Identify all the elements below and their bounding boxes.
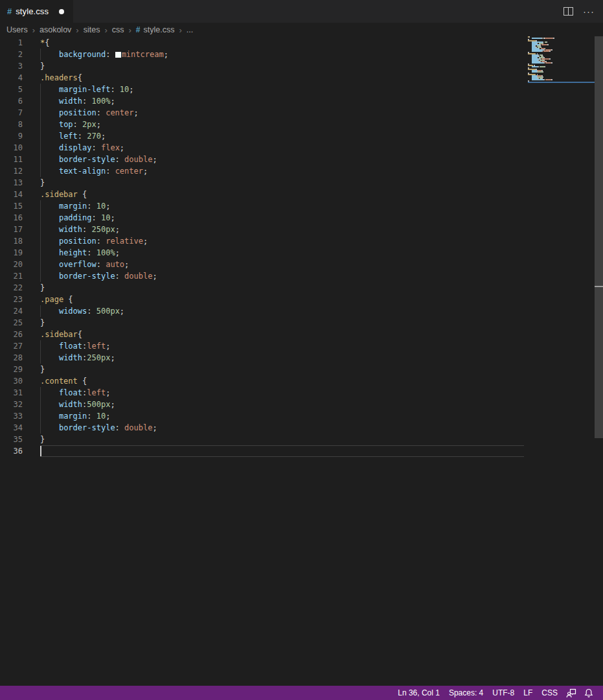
code-line-content: width: 250px;: [40, 224, 120, 235]
code-line[interactable]: 8 top: 2px;: [0, 119, 603, 130]
code-line[interactable]: 17 width: 250px;: [0, 224, 603, 235]
line-number[interactable]: 35: [0, 434, 23, 445]
code-line[interactable]: 32 width:500px;: [0, 399, 603, 410]
code-line[interactable]: 26.sidebar{: [0, 329, 603, 340]
code-line[interactable]: 15 margin: 10;: [0, 200, 603, 212]
code-line[interactable]: 7 position: center;: [0, 107, 603, 119]
line-number[interactable]: 19: [0, 247, 23, 259]
breadcrumb-label: css: [112, 25, 124, 34]
line-number[interactable]: 20: [0, 259, 23, 270]
line-number[interactable]: 6: [0, 95, 23, 107]
code-line[interactable]: 2 background: mintcream;: [0, 49, 603, 60]
code-line[interactable]: 18 position: relative;: [0, 235, 603, 247]
breadcrumb-item-css[interactable]: css: [112, 25, 124, 34]
status-cursor-position[interactable]: Ln 36, Col 1: [393, 688, 444, 697]
line-number[interactable]: 25: [0, 317, 23, 329]
line-number[interactable]: 31: [0, 387, 23, 399]
code-line[interactable]: 28 width:250px;: [0, 352, 603, 364]
status-language[interactable]: CSS: [537, 688, 562, 697]
code-line[interactable]: 11 border-style: double;: [0, 154, 603, 165]
line-number[interactable]: 36: [0, 445, 23, 457]
line-number[interactable]: 26: [0, 329, 23, 340]
token-pun: :: [115, 155, 120, 164]
code-editor[interactable]: 1*{2 background: mintcream;3}4.headers{5…: [0, 37, 603, 686]
line-number[interactable]: 5: [0, 84, 23, 95]
code-line[interactable]: 4.headers{: [0, 72, 603, 84]
code-line[interactable]: 9 left: 270;: [0, 130, 603, 142]
status-indentation[interactable]: Spaces: 4: [444, 688, 488, 697]
line-number[interactable]: 24: [0, 305, 23, 317]
breadcrumb-item-...[interactable]: ...: [187, 25, 193, 34]
code-line[interactable]: 20 overflow: auto;: [0, 259, 603, 270]
tab-label: style.css: [16, 6, 49, 16]
line-number[interactable]: 22: [0, 282, 23, 294]
line-number[interactable]: 4: [0, 72, 23, 84]
line-number[interactable]: 11: [0, 154, 23, 165]
more-actions-icon[interactable]: ···: [583, 8, 595, 15]
status-eol[interactable]: LF: [519, 688, 537, 697]
code-line[interactable]: 25}: [0, 317, 603, 329]
line-number[interactable]: 7: [0, 107, 23, 119]
code-line[interactable]: 16 padding: 10;: [0, 212, 603, 224]
line-number[interactable]: 18: [0, 235, 23, 247]
line-number[interactable]: 16: [0, 212, 23, 224]
breadcrumb-item-users[interactable]: Users: [6, 25, 28, 34]
line-number[interactable]: 14: [0, 189, 23, 200]
feedback-icon[interactable]: [562, 688, 580, 698]
line-number[interactable]: 8: [0, 119, 23, 130]
line-number[interactable]: 33: [0, 410, 23, 422]
token-prop: width: [59, 225, 82, 234]
bell-icon[interactable]: [580, 688, 597, 698]
line-number[interactable]: 28: [0, 352, 23, 364]
line-number[interactable]: 13: [0, 177, 23, 189]
tab-style.css[interactable]: # style.css: [0, 0, 73, 23]
status-encoding[interactable]: UTF-8: [488, 688, 519, 697]
code-line[interactable]: 22}: [0, 282, 603, 294]
line-number[interactable]: 12: [0, 165, 23, 177]
split-editor-icon[interactable]: [563, 7, 573, 16]
line-number[interactable]: 17: [0, 224, 23, 235]
code-line[interactable]: 1*{: [0, 37, 603, 49]
token-pun: :: [106, 167, 110, 176]
token-num: 2px: [82, 120, 97, 129]
code-line[interactable]: 31 float:left;: [0, 387, 603, 399]
breadcrumb-item-style.css[interactable]: #style.css: [136, 25, 175, 34]
code-line[interactable]: 5 margin-left: 10;: [0, 84, 603, 95]
code-line[interactable]: 14.sidebar {: [0, 189, 603, 200]
line-number[interactable]: 1: [0, 37, 23, 49]
line-number[interactable]: 3: [0, 60, 23, 72]
line-number[interactable]: 29: [0, 364, 23, 375]
line-number[interactable]: 32: [0, 399, 23, 410]
code-line[interactable]: 29}: [0, 364, 603, 375]
code-line[interactable]: 34 border-style: double;: [0, 422, 603, 434]
line-number[interactable]: 10: [0, 142, 23, 154]
code-line[interactable]: 3}: [0, 60, 603, 72]
modified-indicator[interactable]: [59, 9, 64, 14]
code-line[interactable]: 6 width: 100%;: [0, 95, 603, 107]
status-bar: Ln 36, Col 1Spaces: 4UTF-8LFCSS: [0, 686, 603, 700]
line-number[interactable]: 23: [0, 294, 23, 305]
code-line[interactable]: 33 margin: 10;: [0, 410, 603, 422]
breadcrumb-item-sites[interactable]: sites: [84, 25, 100, 34]
color-swatch[interactable]: [115, 52, 121, 58]
line-number[interactable]: 21: [0, 270, 23, 282]
code-line-content: .sidebar {: [40, 189, 87, 200]
line-number[interactable]: 30: [0, 375, 23, 387]
line-number[interactable]: 2: [0, 49, 23, 60]
line-number[interactable]: 15: [0, 200, 23, 212]
code-line[interactable]: 19 height: 100%;: [0, 247, 603, 259]
line-number[interactable]: 27: [0, 340, 23, 352]
vertical-scrollbar[interactable]: [595, 36, 603, 438]
breadcrumb-item-asokolov[interactable]: asokolov: [40, 25, 71, 34]
code-line[interactable]: 12 text-align: center;: [0, 165, 603, 177]
code-line[interactable]: 27 float:left;: [0, 340, 603, 352]
code-line[interactable]: 13}: [0, 177, 603, 189]
code-line[interactable]: 24 widows: 500px;: [0, 305, 603, 317]
code-line[interactable]: 21 border-style: double;: [0, 270, 603, 282]
line-number[interactable]: 34: [0, 422, 23, 434]
code-line[interactable]: 35}: [0, 434, 603, 445]
code-line[interactable]: 10 display: flex;: [0, 142, 603, 154]
line-number[interactable]: 9: [0, 130, 23, 142]
code-line[interactable]: 23.page {: [0, 294, 603, 305]
code-line[interactable]: 30.content {: [0, 375, 603, 387]
